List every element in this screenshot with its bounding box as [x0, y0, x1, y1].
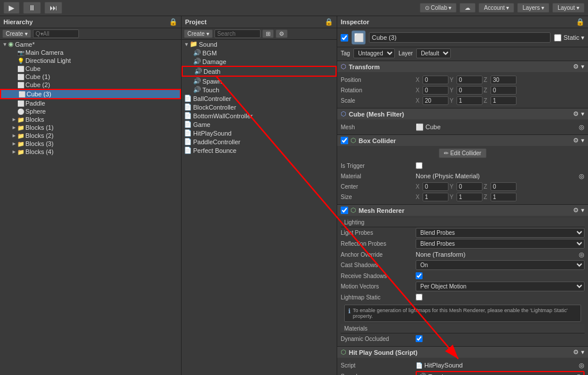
- transform-section: ⬡ Transform ⚙ ▾ Position X Y: [337, 61, 588, 108]
- object-active-checkbox[interactable]: [341, 34, 348, 42]
- project-item-spawn[interactable]: 🔊 Spawn: [182, 77, 337, 85]
- project-item-game[interactable]: 📄 Game: [182, 120, 337, 129]
- rot-y-input[interactable]: [457, 86, 483, 95]
- center-y-input[interactable]: [457, 182, 483, 191]
- static-checkbox[interactable]: [554, 34, 561, 42]
- material-target-icon[interactable]: ◎: [579, 172, 585, 180]
- project-item-damage[interactable]: 🔊 Damage: [182, 57, 337, 66]
- layout-button[interactable]: Layout ▾: [552, 3, 585, 13]
- script-target-icon[interactable]: ◎: [579, 362, 585, 369]
- project-item-ballcontroller[interactable]: 📄 BallController: [182, 94, 337, 103]
- sphere-label: Sphere: [25, 108, 46, 115]
- project-settings-btn[interactable]: ⚙: [276, 29, 288, 38]
- materials-label: Materials: [344, 325, 368, 332]
- project-item-paddlecontroller[interactable]: 📄 PaddleController: [182, 137, 337, 146]
- transform-header[interactable]: ⬡ Transform ⚙ ▾: [337, 61, 588, 72]
- project-title: Project: [185, 18, 206, 25]
- size-y-input[interactable]: [457, 193, 483, 201]
- dynamic-occluded-checkbox[interactable]: [416, 335, 423, 342]
- hit-play-sound-header[interactable]: ⬡ Hit Play Sound (Script) ⚙ ▾: [337, 347, 588, 358]
- project-item-sound[interactable]: ▼ 📁 Sound: [182, 40, 337, 48]
- tag-select[interactable]: Untagged: [353, 48, 395, 58]
- is-trigger-checkbox[interactable]: [416, 162, 423, 169]
- anchor-override-text: None (Transform): [416, 251, 465, 258]
- hierarchy-item-cube1[interactable]: ⬜ Cube (1): [0, 73, 181, 81]
- hierarchy-item-blocks[interactable]: ► 📁 Blocks: [0, 115, 181, 123]
- rot-x-input[interactable]: [423, 86, 448, 95]
- scale-y-input[interactable]: [457, 96, 483, 105]
- account-button[interactable]: Account ▾: [478, 3, 514, 13]
- hierarchy-item-blocks3[interactable]: ► 📁 Blocks (3): [0, 140, 181, 148]
- hierarchy-item-game[interactable]: ▼ ◉ Game*: [0, 40, 181, 48]
- size-z-input[interactable]: [491, 193, 517, 201]
- project-item-touch[interactable]: 🔊 Touch: [182, 85, 337, 94]
- edit-collider-button[interactable]: ✏ Edit Collider: [439, 148, 487, 158]
- sound-target-icon[interactable]: ◎: [576, 373, 582, 375]
- pause-button[interactable]: ⏸: [23, 2, 41, 14]
- hierarchy-item-maincamera[interactable]: 📷 Main Camera: [0, 48, 181, 57]
- mesh-filter-section: ⬡ Cube (Mesh Filter) ⚙ ▾ Mesh ⬜ Cube ◎: [337, 108, 588, 135]
- cloud-button[interactable]: ☁: [459, 3, 476, 13]
- static-dropdown-icon[interactable]: ▾: [581, 34, 585, 42]
- project-item-bgm[interactable]: 🔊 BGM: [182, 48, 337, 57]
- hierarchy-item-cube[interactable]: ⬜ Cube: [0, 65, 181, 73]
- hierarchy-item-blocks2[interactable]: ► 📁 Blocks (2): [0, 132, 181, 140]
- cast-shadows-label: Cast Shadows: [341, 262, 416, 268]
- object-name-input[interactable]: [369, 32, 551, 43]
- hierarchy-item-cube3[interactable]: ⬜ Cube (3): [0, 89, 181, 99]
- cast-shadows-select[interactable]: On: [416, 260, 585, 270]
- project-search-input[interactable]: [214, 29, 261, 38]
- pos-y-input[interactable]: [457, 76, 483, 84]
- project-item-blockcontroller[interactable]: 📄 BlockController: [182, 103, 337, 111]
- layers-button[interactable]: Layers ▾: [517, 3, 549, 13]
- pos-z-input[interactable]: [491, 76, 517, 84]
- project-item-death[interactable]: 🔊 Death: [182, 66, 337, 77]
- center-x-input[interactable]: [423, 182, 448, 191]
- rot-z-input[interactable]: [491, 86, 517, 95]
- size-x-input[interactable]: [423, 193, 448, 201]
- scene-icon: ◉: [8, 40, 14, 48]
- mesh-renderer-checkbox[interactable]: [341, 207, 348, 214]
- script-value: 📄 HitPlaySound ◎: [416, 362, 585, 369]
- play-button[interactable]: ▶: [3, 2, 20, 14]
- bgm-icon: 🔊: [193, 49, 201, 57]
- hierarchy-create-button[interactable]: Create ▾: [2, 29, 31, 38]
- hierarchy-lock-icon: 🔒: [169, 18, 178, 26]
- box-collider-checkbox[interactable]: [341, 137, 348, 144]
- hierarchy-item-cube2[interactable]: ⬜ Cube (2): [0, 81, 181, 89]
- lightmap-static-row: Lightmap Static: [341, 292, 585, 302]
- hierarchy-search-input[interactable]: [33, 29, 79, 38]
- reflection-probes-select[interactable]: Blend Probes: [416, 239, 585, 249]
- collab-button[interactable]: ⊙ Collab ▾: [420, 3, 457, 13]
- center-z-input[interactable]: [491, 182, 517, 191]
- anchor-override-target[interactable]: ◎: [579, 251, 585, 258]
- hierarchy-item-dirlight[interactable]: 💡 Directional Light: [0, 57, 181, 65]
- lightmap-static-checkbox[interactable]: [416, 294, 423, 301]
- layer-select[interactable]: Default: [416, 48, 451, 58]
- mesh-target-icon[interactable]: ◎: [579, 123, 585, 131]
- mesh-filter-icon: ⬡: [341, 110, 346, 118]
- lightmap-info-box: ℹ To enable generation of lightmaps for …: [344, 305, 581, 322]
- project-item-bottomwall[interactable]: 📄 BottomWallController: [182, 111, 337, 120]
- hierarchy-item-sphere[interactable]: ⚪ Sphere: [0, 107, 181, 115]
- receive-shadows-checkbox[interactable]: [416, 272, 423, 279]
- light-probes-select[interactable]: Blend Probes: [416, 228, 585, 238]
- mesh-renderer-header[interactable]: ⬡ Mesh Renderer ⚙ ▾: [337, 205, 588, 216]
- sphere-icon: ⚪: [17, 108, 24, 115]
- project-item-perfectbounce[interactable]: 📄 Perfect Bounce: [182, 146, 337, 155]
- project-item-hitplaysound[interactable]: 📄 HitPlaySound: [182, 129, 337, 137]
- motion-vectors-select[interactable]: Per Object Motion: [416, 282, 585, 291]
- project-view-btn[interactable]: ⊞: [262, 29, 274, 38]
- box-collider-menu-icon: ⚙: [573, 137, 579, 144]
- box-collider-header[interactable]: ⬡ Box Collider ⚙ ▾: [337, 135, 588, 146]
- mesh-filter-header[interactable]: ⬡ Cube (Mesh Filter) ⚙ ▾: [337, 108, 588, 119]
- step-button[interactable]: ⏭: [44, 2, 62, 14]
- scale-x-input[interactable]: [423, 96, 448, 105]
- material-value: None (Physic Material) ◎: [416, 172, 585, 180]
- hierarchy-item-blocks1[interactable]: ► 📁 Blocks (1): [0, 123, 181, 132]
- pos-x-input[interactable]: [423, 76, 448, 84]
- project-create-button[interactable]: Create ▾: [184, 29, 213, 38]
- hierarchy-item-blocks4[interactable]: ► 📁 Blocks (4): [0, 148, 181, 156]
- scale-z-input[interactable]: [491, 96, 517, 105]
- hierarchy-item-paddle[interactable]: ⬜ Paddle: [0, 99, 181, 107]
